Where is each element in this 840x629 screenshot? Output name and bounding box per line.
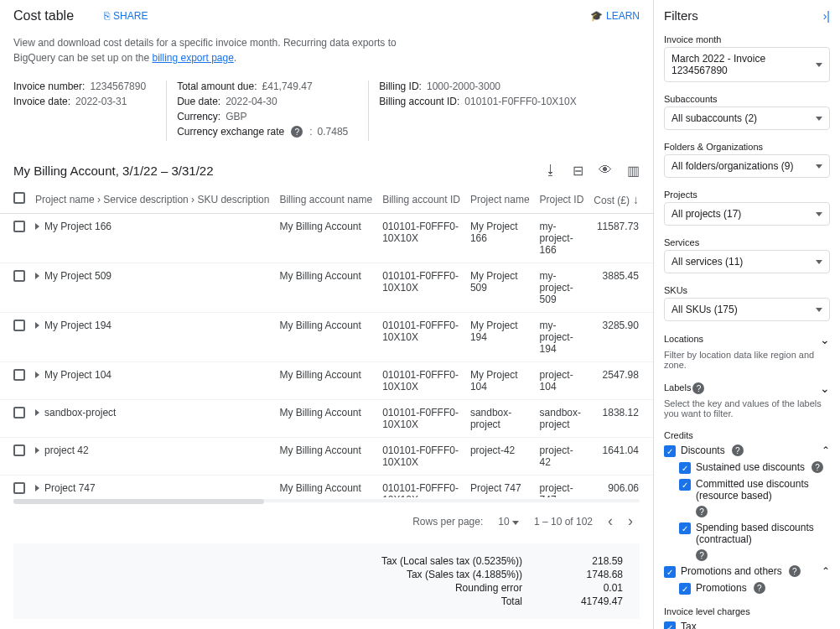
promotions-others-checkbox[interactable]: ✓Promotions and others?⌃ xyxy=(664,565,830,578)
expand-icon[interactable] xyxy=(35,223,39,230)
tree-icon[interactable]: ⊟ xyxy=(573,163,583,179)
help-icon[interactable]: ? xyxy=(754,582,765,594)
discounts-checkbox[interactable]: ✓Discounts?⌃ xyxy=(664,444,830,457)
skus-select[interactable]: All SKUs (175) xyxy=(664,298,830,321)
help-icon[interactable]: ? xyxy=(789,565,801,577)
row-account-name: My Billing Account xyxy=(274,263,377,313)
rounding-label: Rounding error xyxy=(30,582,522,594)
spending-based-checkbox[interactable]: ✓Spending based discounts (contractual) xyxy=(679,522,830,545)
row-project-name: My Project 509 xyxy=(465,263,535,313)
billing-id-label: Billing ID: xyxy=(379,81,422,92)
next-page-icon[interactable]: › xyxy=(628,512,633,530)
select-all-checkbox[interactable] xyxy=(13,192,25,204)
due-date-label: Due date: xyxy=(177,96,220,107)
row-account-name: My Billing Account xyxy=(274,476,377,497)
row-cost: 1641.04 xyxy=(589,438,653,476)
labels-section[interactable]: Labels?⌄ xyxy=(664,382,830,395)
expand-icon[interactable] xyxy=(35,322,39,329)
row-account-id: 010101-F0FFF0-10X10X xyxy=(377,362,465,400)
help-icon[interactable]: ? xyxy=(291,126,303,138)
invoice-month-select[interactable]: March 2022 - Invoice 1234567890 xyxy=(664,47,830,82)
row-account-name: My Billing Account xyxy=(274,313,377,362)
billing-account-id-label: Billing account ID: xyxy=(379,96,459,107)
row-account-id: 010101-F0FFF0-10X10X xyxy=(377,214,465,263)
services-label: Services xyxy=(664,237,830,247)
subaccounts-select[interactable]: All subaccounts (2) xyxy=(664,107,830,130)
summary-box: Tax (Local sales tax (0.5235%))218.59 Ta… xyxy=(13,543,640,619)
expand-icon[interactable] xyxy=(35,485,39,491)
rows-per-page-label: Rows per page: xyxy=(412,516,483,528)
committed-use-checkbox[interactable]: ✓Committed use discounts (resource based… xyxy=(679,478,830,502)
row-account-name: My Billing Account xyxy=(274,214,377,263)
sustained-use-checkbox[interactable]: ✓Sustained use discounts? xyxy=(679,461,830,474)
services-select[interactable]: All services (11) xyxy=(664,250,830,273)
row-project-id: my-project-166 xyxy=(535,214,589,263)
sort-desc-icon: ↓ xyxy=(633,193,639,206)
cost-table: Project name › Service description › SKU… xyxy=(0,185,653,497)
labels-hint: Select the key and values of the labels … xyxy=(664,398,830,418)
promotions-checkbox[interactable]: ✓Promotions? xyxy=(679,582,830,595)
row-project-name: My Project 104 xyxy=(465,362,535,400)
learn-button[interactable]: 🎓 LEARN xyxy=(590,10,640,22)
row-project-id: project-42 xyxy=(535,438,589,476)
col-project-id[interactable]: Project ID xyxy=(535,185,589,214)
row-account-name: My Billing Account xyxy=(274,400,377,438)
rows-per-page-select[interactable]: 10 xyxy=(498,516,519,528)
row-cost: 906.06 xyxy=(589,476,653,497)
col-path[interactable]: Project name › Service description › SKU… xyxy=(30,185,274,214)
page-range: 1 – 10 of 102 xyxy=(534,516,593,528)
row-checkbox[interactable] xyxy=(13,407,25,418)
eye-icon[interactable]: 👁 xyxy=(599,163,612,179)
help-icon[interactable]: ? xyxy=(696,549,708,561)
row-checkbox[interactable] xyxy=(13,221,25,232)
expand-icon[interactable] xyxy=(35,372,39,378)
columns-icon[interactable]: ▥ xyxy=(627,163,640,179)
folders-select[interactable]: All folders/organizations (9) xyxy=(664,154,830,178)
expand-icon[interactable] xyxy=(35,447,39,454)
collapse-panel-icon[interactable]: ›| xyxy=(823,9,830,23)
billing-export-link[interactable]: billing export page xyxy=(152,52,233,64)
link-icon: ⎘ xyxy=(104,10,110,22)
row-name: My Project 166 xyxy=(44,221,111,232)
billing-id: 1000-2000-3000 xyxy=(427,81,500,92)
billing-account-id: 010101-F0FFF0-10X10X xyxy=(464,96,576,107)
chevron-up-icon: ⌃ xyxy=(822,565,830,577)
col-cost[interactable]: Cost (£)↓ xyxy=(589,185,653,214)
rounding-value: 0.01 xyxy=(556,582,623,594)
row-checkbox[interactable] xyxy=(13,369,25,381)
projects-select[interactable]: All projects (17) xyxy=(664,202,830,226)
tax-checkbox[interactable]: ✓Tax xyxy=(664,621,830,629)
share-button[interactable]: ⎘ SHARE xyxy=(104,10,148,22)
horizontal-scrollbar[interactable] xyxy=(13,499,640,502)
col-account-name[interactable]: Billing account name xyxy=(274,185,377,214)
row-account-name: My Billing Account xyxy=(274,438,377,476)
row-cost: 3285.90 xyxy=(589,313,653,362)
row-project-id: sandbox-project xyxy=(535,400,589,438)
row-project-name: Project 747 xyxy=(465,476,535,497)
folders-label: Folders & Organizations xyxy=(664,142,830,152)
filters-title: Filters xyxy=(664,8,698,23)
tax2-label: Tax (Sales tax (4.1885%)) xyxy=(30,569,522,580)
col-account-id[interactable]: Billing account ID xyxy=(377,185,465,214)
expand-icon[interactable] xyxy=(35,273,39,279)
help-icon[interactable]: ? xyxy=(692,382,704,394)
row-cost: 1838.12 xyxy=(589,400,653,438)
exchange-rate: 0.7485 xyxy=(318,126,349,138)
row-checkbox[interactable] xyxy=(13,444,25,456)
row-account-id: 010101-F0FFF0-10X10X xyxy=(377,438,465,476)
download-icon[interactable]: ⭳ xyxy=(544,163,557,179)
row-project-id: project-104 xyxy=(535,362,589,400)
row-checkbox[interactable] xyxy=(13,270,25,282)
col-project-name[interactable]: Project name xyxy=(465,185,535,214)
help-icon[interactable]: ? xyxy=(696,506,708,517)
intro-text: View and download cost details for a spe… xyxy=(0,32,653,77)
row-checkbox[interactable] xyxy=(13,482,25,494)
help-icon[interactable]: ? xyxy=(811,461,823,473)
locations-section[interactable]: Locations⌄ xyxy=(664,333,830,346)
row-checkbox[interactable] xyxy=(13,320,25,331)
expand-icon[interactable] xyxy=(35,409,39,416)
prev-page-icon[interactable]: ‹ xyxy=(608,512,613,530)
help-icon[interactable]: ? xyxy=(732,444,744,456)
invoice-month-label: Invoice month xyxy=(664,34,830,44)
table-title: My Billing Account, 3/1/22 – 3/31/22 xyxy=(13,164,213,178)
